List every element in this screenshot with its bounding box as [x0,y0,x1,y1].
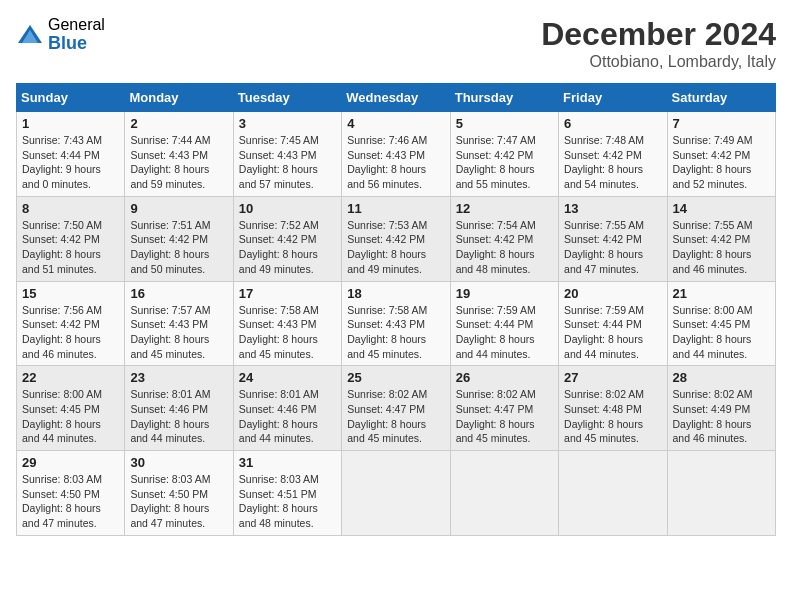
sunset-label: Sunset: 4:42 PM [456,233,534,245]
day-number: 27 [564,370,661,385]
sunset-label: Sunset: 4:42 PM [347,233,425,245]
day-info: Sunrise: 7:58 AM Sunset: 4:43 PM Dayligh… [239,303,336,362]
sunrise-label: Sunrise: 8:02 AM [564,388,644,400]
column-header-saturday: Saturday [667,84,775,112]
calendar-cell: 21 Sunrise: 8:00 AM Sunset: 4:45 PM Dayl… [667,281,775,366]
logo: General Blue [16,16,105,53]
calendar: SundayMondayTuesdayWednesdayThursdayFrid… [16,83,776,536]
day-number: 31 [239,455,336,470]
sunrise-label: Sunrise: 8:03 AM [22,473,102,485]
daylight-label: Daylight: 8 hours and 46 minutes. [22,333,101,360]
sunset-label: Sunset: 4:42 PM [673,233,751,245]
daylight-label: Daylight: 8 hours and 48 minutes. [239,502,318,529]
calendar-cell: 27 Sunrise: 8:02 AM Sunset: 4:48 PM Dayl… [559,366,667,451]
day-info: Sunrise: 7:58 AM Sunset: 4:43 PM Dayligh… [347,303,444,362]
daylight-label: Daylight: 8 hours and 47 minutes. [130,502,209,529]
sunrise-label: Sunrise: 7:53 AM [347,219,427,231]
day-number: 28 [673,370,770,385]
day-number: 18 [347,286,444,301]
daylight-label: Daylight: 8 hours and 55 minutes. [456,163,535,190]
page-header: General Blue December 2024 Ottobiano, Lo… [16,16,776,71]
sunset-label: Sunset: 4:44 PM [456,318,534,330]
sunset-label: Sunset: 4:42 PM [22,233,100,245]
calendar-week-row: 8 Sunrise: 7:50 AM Sunset: 4:42 PM Dayli… [17,196,776,281]
day-number: 3 [239,116,336,131]
day-number: 6 [564,116,661,131]
daylight-label: Daylight: 8 hours and 44 minutes. [239,418,318,445]
sunset-label: Sunset: 4:43 PM [347,149,425,161]
sunrise-label: Sunrise: 8:01 AM [239,388,319,400]
day-number: 30 [130,455,227,470]
day-number: 21 [673,286,770,301]
day-number: 26 [456,370,553,385]
calendar-cell: 31 Sunrise: 8:03 AM Sunset: 4:51 PM Dayl… [233,451,341,536]
sunrise-label: Sunrise: 7:55 AM [673,219,753,231]
day-number: 14 [673,201,770,216]
day-number: 4 [347,116,444,131]
sunset-label: Sunset: 4:42 PM [564,233,642,245]
month-title: December 2024 [541,16,776,53]
column-header-monday: Monday [125,84,233,112]
daylight-label: Daylight: 8 hours and 45 minutes. [456,418,535,445]
sunset-label: Sunset: 4:43 PM [130,318,208,330]
sunrise-label: Sunrise: 7:59 AM [564,304,644,316]
sunrise-label: Sunrise: 8:02 AM [673,388,753,400]
day-info: Sunrise: 8:02 AM Sunset: 4:47 PM Dayligh… [456,387,553,446]
calendar-cell: 23 Sunrise: 8:01 AM Sunset: 4:46 PM Dayl… [125,366,233,451]
calendar-cell: 16 Sunrise: 7:57 AM Sunset: 4:43 PM Dayl… [125,281,233,366]
sunset-label: Sunset: 4:48 PM [564,403,642,415]
sunrise-label: Sunrise: 7:58 AM [347,304,427,316]
sunset-label: Sunset: 4:51 PM [239,488,317,500]
day-info: Sunrise: 7:52 AM Sunset: 4:42 PM Dayligh… [239,218,336,277]
day-info: Sunrise: 8:00 AM Sunset: 4:45 PM Dayligh… [22,387,119,446]
day-info: Sunrise: 8:02 AM Sunset: 4:48 PM Dayligh… [564,387,661,446]
sunrise-label: Sunrise: 7:48 AM [564,134,644,146]
calendar-week-row: 1 Sunrise: 7:43 AM Sunset: 4:44 PM Dayli… [17,112,776,197]
day-number: 22 [22,370,119,385]
day-info: Sunrise: 7:59 AM Sunset: 4:44 PM Dayligh… [564,303,661,362]
day-info: Sunrise: 8:01 AM Sunset: 4:46 PM Dayligh… [239,387,336,446]
calendar-cell: 29 Sunrise: 8:03 AM Sunset: 4:50 PM Dayl… [17,451,125,536]
day-info: Sunrise: 7:45 AM Sunset: 4:43 PM Dayligh… [239,133,336,192]
day-info: Sunrise: 7:43 AM Sunset: 4:44 PM Dayligh… [22,133,119,192]
calendar-cell: 11 Sunrise: 7:53 AM Sunset: 4:42 PM Dayl… [342,196,450,281]
sunset-label: Sunset: 4:44 PM [22,149,100,161]
sunrise-label: Sunrise: 8:00 AM [673,304,753,316]
calendar-cell: 19 Sunrise: 7:59 AM Sunset: 4:44 PM Dayl… [450,281,558,366]
calendar-cell: 1 Sunrise: 7:43 AM Sunset: 4:44 PM Dayli… [17,112,125,197]
day-info: Sunrise: 7:46 AM Sunset: 4:43 PM Dayligh… [347,133,444,192]
calendar-cell: 2 Sunrise: 7:44 AM Sunset: 4:43 PM Dayli… [125,112,233,197]
column-header-sunday: Sunday [17,84,125,112]
day-number: 24 [239,370,336,385]
daylight-label: Daylight: 8 hours and 57 minutes. [239,163,318,190]
daylight-label: Daylight: 8 hours and 44 minutes. [673,333,752,360]
day-number: 9 [130,201,227,216]
sunrise-label: Sunrise: 7:51 AM [130,219,210,231]
daylight-label: Daylight: 8 hours and 45 minutes. [239,333,318,360]
daylight-label: Daylight: 8 hours and 45 minutes. [130,333,209,360]
logo-blue: Blue [48,34,105,54]
logo-general: General [48,16,105,34]
daylight-label: Daylight: 8 hours and 52 minutes. [673,163,752,190]
sunset-label: Sunset: 4:42 PM [456,149,534,161]
daylight-label: Daylight: 8 hours and 49 minutes. [347,248,426,275]
day-info: Sunrise: 7:59 AM Sunset: 4:44 PM Dayligh… [456,303,553,362]
location-title: Ottobiano, Lombardy, Italy [541,53,776,71]
calendar-header-row: SundayMondayTuesdayWednesdayThursdayFrid… [17,84,776,112]
calendar-cell: 13 Sunrise: 7:55 AM Sunset: 4:42 PM Dayl… [559,196,667,281]
calendar-cell [342,451,450,536]
daylight-label: Daylight: 8 hours and 44 minutes. [564,333,643,360]
day-info: Sunrise: 8:02 AM Sunset: 4:47 PM Dayligh… [347,387,444,446]
sunrise-label: Sunrise: 7:55 AM [564,219,644,231]
daylight-label: Daylight: 8 hours and 46 minutes. [673,248,752,275]
day-number: 11 [347,201,444,216]
daylight-label: Daylight: 8 hours and 45 minutes. [347,333,426,360]
day-info: Sunrise: 8:03 AM Sunset: 4:50 PM Dayligh… [130,472,227,531]
day-info: Sunrise: 7:54 AM Sunset: 4:42 PM Dayligh… [456,218,553,277]
sunrise-label: Sunrise: 7:52 AM [239,219,319,231]
sunset-label: Sunset: 4:46 PM [239,403,317,415]
day-info: Sunrise: 7:56 AM Sunset: 4:42 PM Dayligh… [22,303,119,362]
day-info: Sunrise: 7:49 AM Sunset: 4:42 PM Dayligh… [673,133,770,192]
calendar-cell: 6 Sunrise: 7:48 AM Sunset: 4:42 PM Dayli… [559,112,667,197]
sunset-label: Sunset: 4:50 PM [22,488,100,500]
